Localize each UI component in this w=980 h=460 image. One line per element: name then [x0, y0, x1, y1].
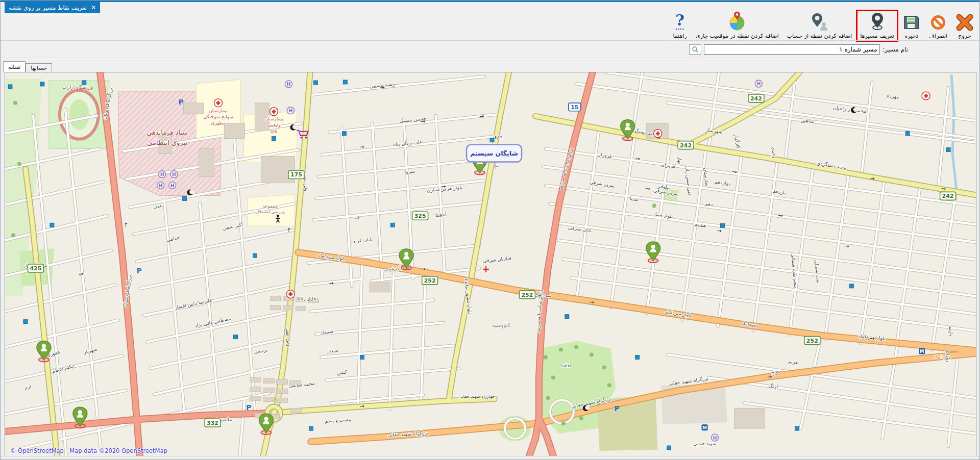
oneway-arrow: →: [354, 215, 359, 222]
form-separator: [1, 58, 979, 58]
road-shield: 252: [422, 276, 438, 285]
window-bottom-edge: [1, 456, 979, 459]
tab-map[interactable]: نقشه: [3, 61, 26, 72]
tree: [551, 375, 555, 379]
building: [263, 378, 274, 383]
oneway-arrow: →: [421, 266, 426, 273]
helipad-icon: H: [169, 182, 176, 189]
account-pin-marker: [646, 242, 660, 263]
building: [296, 306, 306, 311]
route-name-label: نام مسیر:: [883, 46, 908, 53]
tree: [13, 101, 17, 105]
save-floppy-icon: [902, 12, 921, 32]
street-label: ورزشگاه آرارات: [62, 84, 93, 90]
save-button[interactable]: ذخیره: [900, 11, 923, 40]
street-label: ستاد فرماندهی: [146, 129, 188, 137]
svg-text:H: H: [713, 436, 717, 441]
street-label: سرو: [405, 168, 415, 175]
road-shield: 175: [288, 170, 304, 178]
street-label: مجموعه: [263, 203, 278, 209]
account-pin-marker: [73, 407, 87, 428]
road-shield: 242: [748, 94, 764, 103]
tab-accounts[interactable]: حسابها: [26, 63, 52, 72]
building: [270, 305, 280, 310]
building: [250, 387, 261, 391]
waypoint-square: [253, 253, 257, 258]
search-button[interactable]: [689, 44, 701, 55]
oneway-arrow: →: [777, 212, 783, 219]
define-routes-button[interactable]: تعریف مسیرها: [857, 11, 897, 40]
add-point-account-button[interactable]: اضافه کردن نقطه از حساب: [785, 11, 854, 40]
search-icon: [692, 46, 699, 53]
helipad-icon: H: [285, 81, 292, 88]
street-label: بهار: [677, 156, 683, 164]
tree: [574, 345, 578, 349]
parking-icon: P: [137, 267, 142, 275]
waypoint-square: [946, 148, 950, 152]
svg-text:H: H: [287, 82, 291, 87]
exit-button[interactable]: خروج: [953, 11, 976, 40]
helipad-icon: H: [712, 434, 719, 441]
svg-text:242: 242: [750, 95, 762, 102]
oneway-arrow: →: [844, 243, 849, 250]
waypoint-square: [795, 426, 799, 430]
help-label: راهنما: [673, 33, 687, 39]
map-tooltip: شایگان سیستم: [467, 145, 522, 162]
waypoint-square: [40, 82, 44, 86]
close-icon[interactable]: ✕: [91, 4, 96, 11]
add-point-account-label: اضافه کردن نقطه از حساب: [787, 33, 852, 39]
route-pin-icon: [867, 12, 888, 32]
svg-text:M: M: [920, 349, 924, 354]
road-shield: 15: [569, 103, 581, 111]
hospital-icon: [922, 92, 930, 100]
street-label: چهارراه شهید حقانی: [458, 394, 495, 399]
svg-text:252: 252: [806, 338, 818, 344]
route-name-input[interactable]: [704, 44, 880, 55]
street-label: آناهیتا: [435, 211, 447, 218]
oneway-arrow: →: [479, 113, 484, 120]
svg-text:H: H: [170, 183, 175, 188]
street-label: ارنگ: [768, 383, 778, 390]
oneway-arrow: →: [732, 168, 738, 175]
exit-x-icon: [955, 12, 974, 32]
svg-text:H: H: [172, 172, 176, 177]
parking-icon: P: [615, 404, 620, 413]
road-shield: 325: [412, 212, 428, 220]
window-title-tab[interactable]: ✕ تعریف نقاط مسیر بر روي نقشه: [5, 2, 100, 13]
map-svg: ورزشگاه آراراتستاد فرماندهینیروی انتظامی…: [5, 72, 976, 456]
map-canvas[interactable]: ورزشگاه آراراتستاد فرماندهینیروی انتظامی…: [5, 72, 976, 456]
waypoint-square: [309, 426, 313, 430]
waypoint-square: [905, 132, 910, 136]
toolbar: خروج انصراف ذخیره: [670, 12, 976, 40]
helipad-icon: H: [157, 182, 164, 189]
waypoint-square: [667, 446, 671, 450]
hospital-icon: [654, 130, 662, 138]
helipad-icon: H: [170, 170, 178, 177]
hospital-icon: [286, 290, 295, 298]
tree: [561, 421, 566, 425]
waypoint-square: [234, 335, 238, 339]
svg-text:شایگان سیستم: شایگان سیستم: [470, 149, 518, 157]
oneway-arrow: →: [421, 118, 426, 125]
waypoint-square: [8, 85, 12, 89]
cancel-button[interactable]: انصراف: [926, 11, 950, 40]
waypoint-square: [565, 315, 569, 319]
waypoint-square: [272, 137, 276, 141]
question-icon: ?: [672, 12, 688, 32]
building: [250, 396, 261, 400]
svg-text:M: M: [702, 425, 707, 430]
tree: [652, 203, 656, 208]
street-label: رودابه: [945, 350, 951, 363]
helipad-icon: H: [755, 80, 762, 87]
waypoint-square: [313, 81, 317, 85]
building: [276, 398, 287, 402]
oneway-arrow: →: [441, 183, 446, 190]
add-point-current-button[interactable]: اضافه کردن نقطه در موقعیت جاری: [693, 11, 781, 40]
help-button[interactable]: ? راهنما: [670, 11, 690, 40]
svg-text:H: H: [289, 108, 293, 113]
road-shield: 425: [28, 264, 43, 272]
street-label: بیمارستان: [209, 108, 228, 113]
street-label: کاخ: [771, 370, 779, 376]
street-label: شهید حقانی: [693, 441, 716, 446]
street-label: مطهری: [211, 120, 225, 125]
